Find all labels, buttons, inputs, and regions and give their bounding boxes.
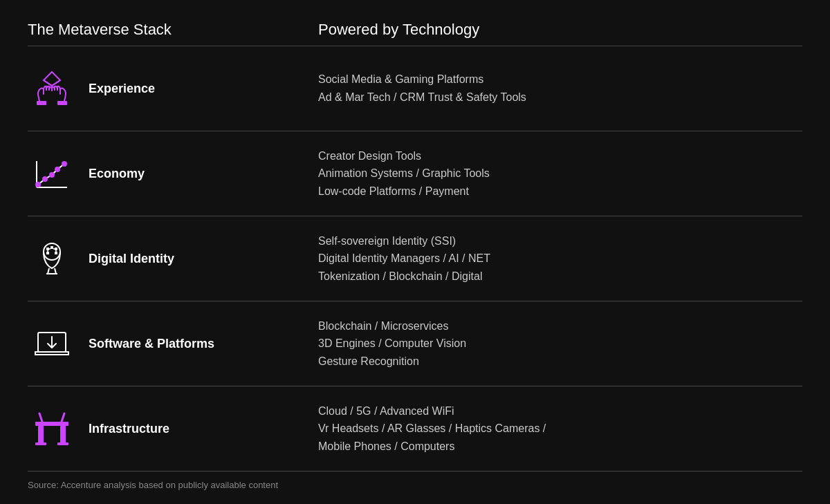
svg-rect-15 xyxy=(55,248,57,250)
digital-identity-icon xyxy=(28,239,76,278)
svg-rect-13 xyxy=(46,248,49,250)
row-label-software-platforms: Software & Platforms xyxy=(89,337,214,351)
row-label-digital-identity: Digital Identity xyxy=(89,252,174,266)
tech-line: Gesture Recognition xyxy=(318,353,802,371)
row-software-platforms: Software & Platforms Blockchain / Micros… xyxy=(28,301,802,386)
svg-point-8 xyxy=(42,176,48,182)
title-left: The Metaverse Stack xyxy=(28,21,318,39)
row-infrastructure: Infrastructure Cloud / 5G / Advanced WiF… xyxy=(28,386,802,472)
row-label-experience: Experience xyxy=(89,82,155,96)
svg-marker-0 xyxy=(44,72,60,86)
tech-line: 3D Engines / Computer Vision xyxy=(318,335,802,353)
svg-line-34 xyxy=(62,413,64,422)
row-tech-economy: Creator Design ToolsAnimation Systems / … xyxy=(318,147,802,200)
svg-rect-28 xyxy=(35,422,68,426)
svg-rect-30 xyxy=(60,426,66,444)
row-tech-digital-identity: Self-sovereign Identity (SSI)Digital Ide… xyxy=(318,232,802,286)
svg-point-7 xyxy=(35,182,41,187)
tech-line: Self-sovereign Identity (SSI) xyxy=(318,232,802,250)
svg-rect-32 xyxy=(57,442,68,445)
svg-rect-17 xyxy=(55,252,57,254)
row-digital-identity: Digital Identity Self-sovereign Identity… xyxy=(28,216,802,301)
row-tech-experience: Social Media & Gaming PlatformsAd & Mar … xyxy=(318,71,802,106)
header-row: The Metaverse Stack Powered by Technolog… xyxy=(28,21,802,39)
tech-line: Ad & Mar Tech / CRM Trust & Safety Tools xyxy=(318,88,802,106)
row-economy: Economy Creator Design ToolsAnimation Sy… xyxy=(28,131,802,216)
tech-line: Vr Headsets / AR Glasses / Haptics Camer… xyxy=(318,420,802,438)
row-label-infrastructure: Infrastructure xyxy=(89,422,169,436)
svg-rect-16 xyxy=(46,252,49,254)
svg-rect-4 xyxy=(57,101,67,105)
svg-point-12 xyxy=(44,243,60,260)
row-left-digital-identity: Digital Identity xyxy=(28,239,318,278)
row-tech-software-platforms: Blockchain / Microservices3D Engines / C… xyxy=(318,317,802,371)
title-right: Powered by Technology xyxy=(318,21,802,39)
tech-line: Tokenization / Blockchain / Digital xyxy=(318,268,802,286)
svg-point-9 xyxy=(49,172,55,178)
svg-line-22 xyxy=(48,268,49,274)
tech-line: Social Media & Gaming Platforms xyxy=(318,71,802,88)
svg-line-2 xyxy=(52,80,60,86)
tech-line: Creator Design Tools xyxy=(318,147,802,165)
experience-icon xyxy=(28,69,76,108)
row-left-software-platforms: Software & Platforms xyxy=(28,324,318,363)
tech-line: Blockchain / Microservices xyxy=(318,317,802,335)
svg-point-10 xyxy=(55,167,60,172)
svg-line-1 xyxy=(44,80,52,86)
row-left-experience: Experience xyxy=(28,69,318,108)
tech-line: Cloud / 5G / Advanced WiFi xyxy=(318,402,802,420)
footer-text: Source: Accenture analysis based on publ… xyxy=(28,472,802,490)
svg-line-33 xyxy=(39,413,42,422)
economy-icon xyxy=(28,154,76,193)
software-icon xyxy=(28,324,76,363)
tech-line: Mobile Phones / Computers xyxy=(318,438,802,456)
tech-line: Animation Systems / Graphic Tools xyxy=(318,165,802,183)
row-left-economy: Economy xyxy=(28,154,318,193)
svg-line-23 xyxy=(55,268,56,274)
svg-rect-31 xyxy=(35,442,46,445)
row-experience: Experience Social Media & Gaming Platfor… xyxy=(28,46,802,131)
row-tech-infrastructure: Cloud / 5G / Advanced WiFiVr Headsets / … xyxy=(318,402,802,456)
tech-line: Digital Identity Managers / AI / NET xyxy=(318,250,802,268)
row-left-infrastructure: Infrastructure xyxy=(28,408,318,449)
svg-rect-14 xyxy=(50,246,53,249)
main-container: The Metaverse Stack Powered by Technolog… xyxy=(0,0,830,504)
infrastructure-icon xyxy=(28,408,76,449)
svg-rect-3 xyxy=(37,101,46,105)
svg-point-11 xyxy=(62,161,67,167)
tech-line: Low-code Platforms / Payment xyxy=(318,183,802,200)
svg-rect-29 xyxy=(38,426,44,444)
metaverse-table: Experience Social Media & Gaming Platfor… xyxy=(28,46,802,472)
row-label-economy: Economy xyxy=(89,167,145,181)
